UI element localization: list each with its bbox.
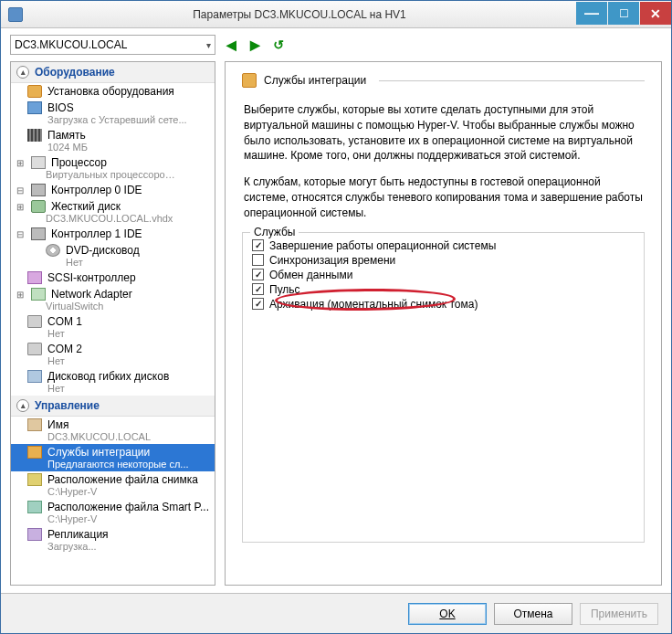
vm-selector-value: DC3.MKUCOU.LOCAL xyxy=(15,38,127,51)
service-label: Синхронизация времени xyxy=(269,254,395,267)
refresh-button[interactable]: ↻ xyxy=(270,37,287,53)
checkbox[interactable]: ✓ xyxy=(252,298,264,310)
sidebar-item-scsi[interactable]: SCSI-контроллер xyxy=(11,269,215,286)
scsi-icon xyxy=(27,271,42,284)
sidebar-item-replication[interactable]: Репликация Загрузка... xyxy=(11,526,215,554)
checkbox[interactable]: ✓ xyxy=(252,269,264,280)
service-label: Обмен данными xyxy=(269,269,352,281)
maximize-button[interactable]: ☐ xyxy=(608,2,639,25)
sidebar-item-smart[interactable]: Расположение файла Smart P... C:\Hyper-V xyxy=(11,499,215,526)
services-legend: Службы xyxy=(250,226,299,238)
collapse-icon[interactable]: ▴ xyxy=(16,399,29,412)
ide-icon xyxy=(31,184,46,196)
panel-header: Службы интеграции xyxy=(242,73,645,91)
replication-icon xyxy=(27,528,42,541)
section-management: ▴ Управление xyxy=(11,396,215,417)
expand-icon[interactable]: ⊞ xyxy=(15,290,26,300)
sidebar-item-memory[interactable]: Память 1024 МБ xyxy=(11,127,215,154)
disk-icon xyxy=(31,200,46,213)
floppy-icon xyxy=(27,370,42,383)
expand-icon[interactable]: ⊟ xyxy=(15,185,26,195)
panel-title: Службы интеграции xyxy=(264,74,366,87)
sidebar[interactable]: ▴ Оборудование Установка оборудования BI… xyxy=(10,61,215,586)
sidebar-item-network[interactable]: ⊞Network Adapter VirtualSwitch xyxy=(11,286,215,313)
nav-forward-button[interactable]: ▶ xyxy=(247,37,263,53)
snapshot-icon xyxy=(27,473,42,486)
vm-selector[interactable]: DC3.MKUCOU.LOCAL ▾ xyxy=(10,35,215,55)
checkbox[interactable]: ✓ xyxy=(252,239,264,251)
sidebar-item-integration[interactable]: Службы интеграции Предлагаются некоторые… xyxy=(11,444,215,471)
section-hardware: ▴ Оборудование xyxy=(11,62,215,83)
panel-description-2: К службам, которые могут быть недоступны… xyxy=(244,174,643,220)
sidebar-item-name[interactable]: Имя DC3.MKUCOU.LOCAL xyxy=(11,417,215,444)
service-label: Пульс xyxy=(269,283,300,296)
sidebar-item-snapshot[interactable]: Расположение файла снимка C:\Hyper-V xyxy=(11,471,215,499)
sidebar-item-com1[interactable]: COM 1 Нет xyxy=(11,313,215,341)
expand-icon[interactable]: ⊞ xyxy=(15,158,26,168)
service-row[interactable]: ✓Пульс xyxy=(252,282,635,297)
services-group: Службы ✓Завершение работы операционной с… xyxy=(242,232,645,543)
close-button[interactable]: ✕ xyxy=(640,2,671,25)
network-icon xyxy=(31,288,46,301)
service-row[interactable]: Синхронизация времени xyxy=(252,253,635,268)
expand-icon[interactable]: ⊞ xyxy=(15,202,26,212)
checkbox[interactable]: ✓ xyxy=(252,283,264,295)
sidebar-item-bios[interactable]: BIOS Загрузка с Устаревший сете... xyxy=(11,100,215,127)
window-title: Параметры DC3.MKUCOU.LOCAL на HV1 xyxy=(23,8,576,21)
com-icon xyxy=(27,343,42,355)
name-icon xyxy=(27,418,42,431)
memory-icon xyxy=(27,129,42,142)
sidebar-item-ide0[interactable]: ⊟Контроллер 0 IDE xyxy=(11,182,215,198)
service-row[interactable]: ✓Архивация (моментальный снимок тома) xyxy=(252,297,635,312)
sidebar-item-floppy[interactable]: Дисковод гибких дисков Нет xyxy=(11,368,215,396)
divider xyxy=(379,80,645,81)
titlebar: Параметры DC3.MKUCOU.LOCAL на HV1 — ☐ ✕ xyxy=(1,1,671,28)
smart-icon xyxy=(27,501,42,513)
service-label: Архивация (моментальный снимок тома) xyxy=(269,298,478,311)
dialog-footer: OK Отмена Применить xyxy=(1,593,671,633)
service-label: Завершение работы операционной системы xyxy=(269,239,496,252)
apply-button: Применить xyxy=(580,603,658,625)
detail-panel: Службы интеграции Выберите службы, котор… xyxy=(225,61,662,586)
app-icon xyxy=(8,7,23,22)
ide-icon xyxy=(31,227,46,240)
sidebar-item-cpu[interactable]: ⊞Процессор Виртуальных процессоров: 1 xyxy=(11,154,215,182)
integration-icon xyxy=(27,446,42,459)
chevron-down-icon: ▾ xyxy=(206,40,211,50)
dvd-icon xyxy=(46,244,60,257)
cancel-button[interactable]: Отмена xyxy=(494,603,572,625)
panel-description-1: Выберите службы, которые вы хотите сдела… xyxy=(244,102,643,164)
hardware-icon xyxy=(27,85,42,98)
ok-button[interactable]: OK xyxy=(408,603,487,625)
integration-icon xyxy=(242,73,257,88)
expand-icon[interactable]: ⊟ xyxy=(15,229,26,239)
sidebar-item-dvd[interactable]: DVD-дисковод Нет xyxy=(11,242,215,269)
sidebar-item-com2[interactable]: COM 2 Нет xyxy=(11,341,215,368)
nav-back-button[interactable]: ◀ xyxy=(223,37,239,53)
sidebar-item-ide1[interactable]: ⊟Контроллер 1 IDE xyxy=(11,226,215,242)
service-row[interactable]: ✓Завершение работы операционной системы xyxy=(252,238,635,253)
sidebar-item-hdd[interactable]: ⊞Жесткий диск DC3.MKUCOU.LOCAL.vhdx xyxy=(11,198,215,226)
com-icon xyxy=(27,315,42,328)
checkbox[interactable] xyxy=(252,254,264,266)
bios-icon xyxy=(27,101,42,114)
service-row[interactable]: ✓Обмен данными xyxy=(252,268,635,282)
collapse-icon[interactable]: ▴ xyxy=(16,66,29,79)
minimize-button[interactable]: — xyxy=(576,2,607,25)
sidebar-item-add-hardware[interactable]: Установка оборудования xyxy=(11,83,215,100)
toolbar: DC3.MKUCOU.LOCAL ▾ ◀ ▶ ↻ xyxy=(1,28,671,61)
cpu-icon xyxy=(31,156,46,169)
